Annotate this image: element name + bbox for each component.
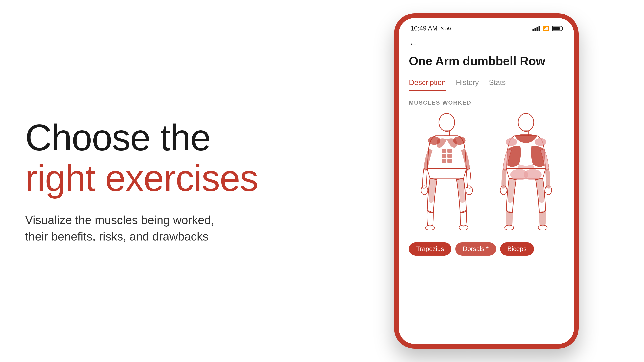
battery-fill [553, 27, 560, 30]
left-section: Choose the right exercises Visualize the… [0, 117, 342, 245]
tab-description[interactable]: Description [409, 75, 446, 91]
exercise-title: One Arm dumbbell Row [399, 50, 574, 75]
wifi-icon: 📶 [543, 25, 549, 31]
right-section: 10:49 AM ✕ 5G 📶 [342, 13, 644, 349]
body-back [492, 113, 560, 231]
status-icons-right: 📶 [532, 25, 562, 31]
phone-screen: 10:49 AM ✕ 5G 📶 [399, 18, 574, 344]
status-icons-left: ✕ 5G [440, 26, 452, 31]
muscle-tag-trapezius[interactable]: Trapezius [409, 242, 451, 256]
svg-point-17 [535, 138, 546, 146]
tab-stats[interactable]: Stats [489, 75, 506, 91]
svg-rect-8 [442, 159, 446, 163]
svg-point-14 [518, 113, 534, 131]
muscles-label: MUSCLES WORKED [409, 99, 564, 106]
svg-rect-9 [447, 159, 452, 163]
status-left: 10:49 AM ✕ 5G [410, 25, 452, 32]
svg-point-16 [506, 138, 517, 146]
muscle-tags: Trapezius Dorsals * Biceps [399, 239, 574, 259]
status-time: 10:49 AM [410, 25, 438, 32]
body-back-svg [492, 113, 560, 230]
back-arrow-icon[interactable]: ← [409, 39, 418, 49]
svg-rect-7 [447, 154, 452, 158]
svg-point-10 [421, 186, 428, 195]
headline-line2: right exercises [25, 158, 342, 198]
svg-point-21 [524, 169, 542, 180]
svg-point-0 [439, 113, 454, 131]
phone-mockup: 10:49 AM ✕ 5G 📶 [394, 13, 578, 349]
body-front-svg [412, 113, 481, 230]
body-front [412, 113, 481, 231]
muscle-tag-dorsals[interactable]: Dorsals * [455, 242, 496, 256]
muscles-section: MUSCLES WORKED [399, 91, 574, 239]
back-button-area[interactable]: ← [399, 35, 574, 50]
battery-icon [552, 26, 562, 31]
tab-history[interactable]: History [456, 75, 479, 91]
tabs-bar: Description History Stats [399, 75, 574, 91]
muscle-tag-biceps[interactable]: Biceps [500, 242, 534, 256]
svg-rect-6 [442, 154, 446, 158]
svg-point-11 [466, 186, 472, 195]
subtitle: Visualize the muscles being worked,their… [25, 212, 260, 245]
body-figures [409, 113, 564, 231]
svg-rect-5 [447, 149, 452, 153]
status-bar: 10:49 AM ✕ 5G 📶 [399, 18, 574, 35]
phone-frame: 10:49 AM ✕ 5G 📶 [394, 13, 578, 349]
svg-rect-4 [442, 149, 446, 153]
signal-icon [532, 26, 540, 31]
headline-line1: Choose the [25, 117, 342, 158]
